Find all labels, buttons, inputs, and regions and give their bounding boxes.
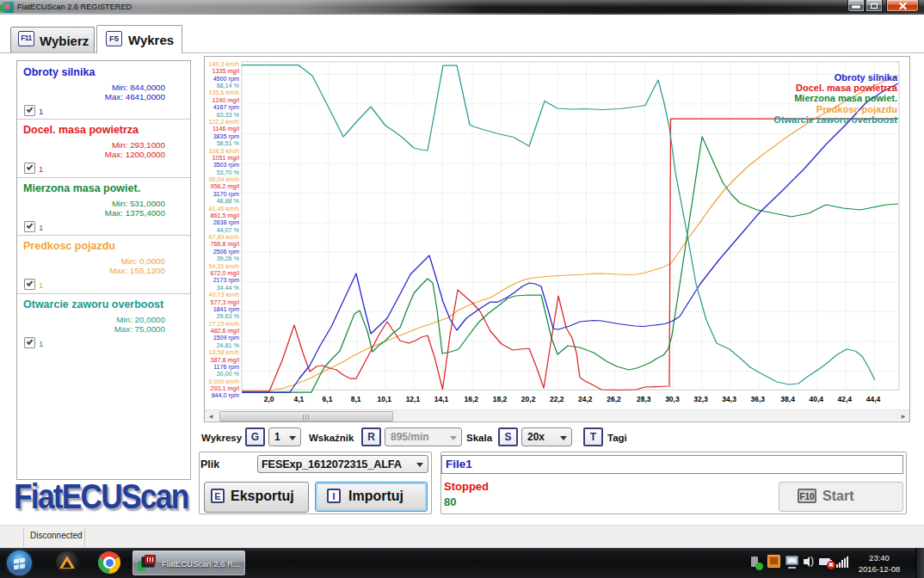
svg-text:32,3: 32,3 [693,395,708,403]
svg-text:40,4: 40,4 [809,395,823,403]
svg-text:44,4: 44,4 [866,395,881,403]
svg-text:Otwarcie zaworu overboost: Otwarcie zaworu overboost [773,114,897,125]
svg-text:34,3: 34,3 [722,395,736,403]
svg-text:Predkosc pojazdu: Predkosc pojazdu [816,104,897,114]
svg-text:18,2: 18,2 [493,395,508,403]
svg-text:26,2: 26,2 [607,395,621,403]
svg-text:2,0: 2,0 [264,395,274,403]
svg-text:36,3: 36,3 [751,395,766,403]
svg-text:28,3: 28,3 [637,395,651,403]
svg-text:12,1: 12,1 [406,395,421,403]
svg-text:4,1: 4,1 [293,395,304,403]
svg-text:Mierzona masa powiet.: Mierzona masa powiet. [794,93,897,103]
svg-text:38,4: 38,4 [780,395,795,403]
svg-text:42,4: 42,4 [838,395,853,403]
svg-text:8,1: 8,1 [351,395,361,403]
svg-text:6,1: 6,1 [323,395,333,403]
svg-text:24,2: 24,2 [578,395,593,403]
svg-text:Docel. masa powietrza: Docel. masa powietrza [796,83,898,93]
svg-text:844,0 rpm: 844,0 rpm [212,391,239,399]
svg-text:22,2: 22,2 [550,395,564,403]
svg-text:Obroty silnika: Obroty silnika [835,72,898,83]
svg-text:20,2: 20,2 [521,395,536,403]
svg-text:30,3: 30,3 [665,395,680,403]
svg-text:10,1: 10,1 [378,395,392,403]
svg-text:16,2: 16,2 [465,395,479,403]
svg-text:14,1: 14,1 [434,395,449,403]
